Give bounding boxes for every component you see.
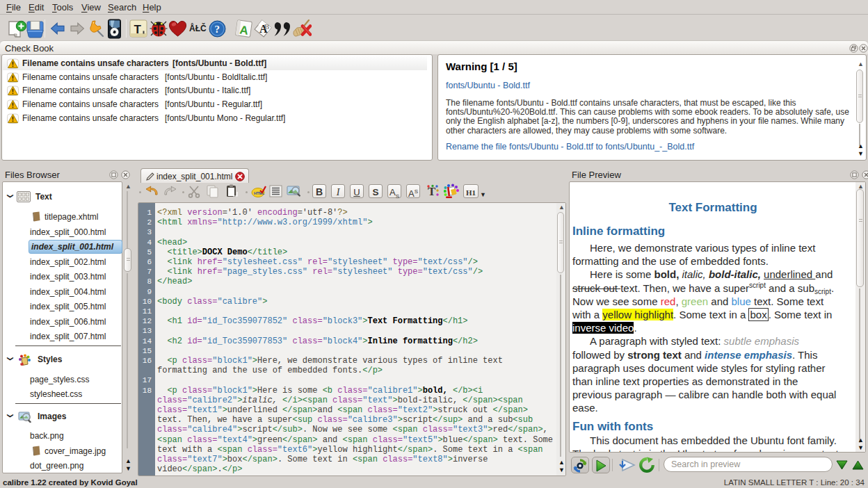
svg-text:A: A xyxy=(239,23,249,38)
svg-text:?: ? xyxy=(215,24,220,35)
svg-text:B: B xyxy=(264,22,270,31)
svg-text:T: T xyxy=(134,23,142,36)
